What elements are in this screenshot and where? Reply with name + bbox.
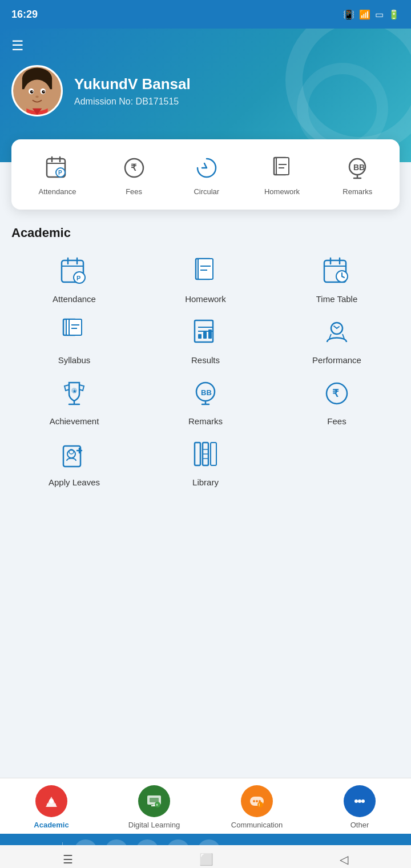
svg-text:BB: BB: [201, 388, 212, 397]
academic-grid: P Attendance Homework: [11, 254, 400, 487]
nav-home[interactable]: ⬜: [199, 853, 213, 866]
quick-remarks[interactable]: BB Remarks: [342, 153, 372, 196]
grid-remarks[interactable]: BB Remarks: [143, 376, 268, 426]
grid-homework-label: Homework: [185, 294, 226, 304]
grid-attendance[interactable]: P Attendance: [11, 254, 137, 304]
svg-rect-74: [195, 443, 200, 465]
grid-performance-label: Performance: [312, 355, 361, 365]
svg-point-95: [358, 799, 361, 803]
profile-name: YukundV Bansal: [74, 75, 191, 93]
status-icons: 📳 📶 ▭ 🔋: [343, 9, 400, 20]
grid-syllabus[interactable]: Syllabus: [11, 315, 137, 365]
svg-rect-53: [198, 334, 202, 339]
grid-performance[interactable]: Performance: [274, 315, 400, 365]
status-bar: 16:29 📳 📶 ▭ 🔋: [0, 0, 411, 29]
grid-achievement-icon: ★: [57, 376, 91, 411]
battery-icon: 🔋: [388, 9, 400, 20]
grid-attendance-icon: P: [57, 254, 91, 288]
grid-applyleaves[interactable]: Apply Leaves: [11, 437, 137, 487]
attendance-icon: P: [42, 153, 72, 183]
svg-text:★: ★: [72, 389, 77, 394]
tab-digital-learning-icon-bg: +: [138, 785, 170, 817]
svg-point-7: [30, 90, 34, 94]
grid-achievement-label: Achievement: [50, 416, 99, 426]
quick-menu-card: P Attendance ₹ Fees Circular: [11, 139, 400, 210]
grid-library[interactable]: Library: [143, 437, 268, 487]
grid-achievement[interactable]: ★ Achievement: [11, 376, 137, 426]
academic-title: Academic: [11, 226, 400, 240]
tab-communication[interactable]: ! Communication: [206, 785, 308, 829]
svg-point-8: [42, 90, 45, 94]
grid-homework-icon: [188, 254, 223, 288]
avatar: [11, 65, 63, 116]
svg-rect-80: [47, 803, 56, 807]
svg-text:P: P: [58, 170, 62, 176]
svg-rect-83: [150, 798, 159, 802]
tab-digital-learning[interactable]: + Digital Learning: [103, 785, 206, 829]
fees-icon: ₹: [119, 153, 149, 183]
tab-academic-icon-bg: [35, 785, 67, 817]
tab-academic[interactable]: Academic: [0, 785, 103, 829]
profile-info: YukundV Bansal Admission No: DB171515: [74, 75, 191, 107]
academic-section: Academic P Attendance: [0, 210, 411, 499]
android-nav: ☰ ⬜ ◁: [0, 845, 411, 868]
svg-point-9: [32, 91, 33, 92]
vibrate-icon: 📳: [343, 9, 354, 20]
grid-attendance-label: Attendance: [53, 294, 96, 304]
quick-circular[interactable]: Circular: [192, 153, 221, 196]
grid-homework[interactable]: Homework: [143, 254, 268, 304]
grid-syllabus-label: Syllabus: [58, 355, 91, 365]
grid-fees[interactable]: ₹ Fees: [274, 376, 400, 426]
quick-fees[interactable]: ₹ Fees: [119, 153, 149, 196]
tab-other-label: Other: [350, 821, 369, 829]
grid-timetable-label: Time Table: [316, 294, 358, 304]
grid-remarks-label: Remarks: [188, 416, 223, 426]
wifi-icon: 📶: [359, 9, 370, 20]
svg-rect-55: [208, 329, 212, 339]
quick-attendance-label: Attendance: [39, 187, 76, 196]
profile-section: YukundV Bansal Admission No: DB171515: [11, 65, 400, 116]
svg-text:+: +: [156, 803, 158, 807]
grid-empty: [274, 437, 400, 487]
tab-digital-learning-label: Digital Learning: [128, 821, 180, 829]
svg-rect-23: [276, 158, 289, 175]
tab-other[interactable]: Other: [308, 785, 411, 829]
nav-menu[interactable]: ☰: [63, 853, 73, 866]
tab-other-icon-bg: [344, 785, 376, 817]
svg-point-81: [49, 799, 54, 803]
circular-icon: [192, 153, 221, 183]
svg-rect-47: [69, 319, 82, 335]
quick-fees-label: Fees: [126, 187, 142, 196]
svg-point-90: [256, 800, 258, 802]
svg-point-13: [49, 90, 53, 97]
screen-icon: ▭: [375, 9, 384, 20]
grid-fees-icon: ₹: [320, 376, 354, 411]
quick-homework-label: Homework: [264, 187, 300, 196]
svg-text:P: P: [76, 275, 80, 282]
grid-timetable-icon: [320, 254, 354, 288]
quick-circular-label: Circular: [194, 187, 219, 196]
svg-rect-35: [198, 259, 213, 279]
grid-fees-label: Fees: [327, 416, 346, 426]
admission-number: Admission No: DB171515: [74, 97, 191, 107]
status-time: 16:29: [11, 9, 38, 21]
quick-homework[interactable]: Homework: [264, 153, 300, 196]
menu-icon[interactable]: ☰: [11, 38, 400, 54]
remarks-icon: BB: [342, 153, 372, 183]
svg-rect-54: [203, 332, 207, 339]
grid-library-label: Library: [192, 477, 219, 487]
svg-text:!: !: [259, 803, 260, 807]
homework-icon: [267, 153, 297, 183]
nav-back[interactable]: ◁: [340, 853, 348, 866]
tab-communication-label: Communication: [231, 821, 283, 829]
svg-point-12: [21, 90, 25, 97]
svg-rect-76: [211, 443, 216, 465]
tab-academic-label: Academic: [34, 821, 68, 829]
grid-timetable[interactable]: Time Table: [274, 254, 400, 304]
svg-point-89: [253, 800, 255, 802]
quick-attendance[interactable]: P Attendance: [39, 153, 76, 196]
svg-text:BB: BB: [353, 163, 365, 172]
quick-remarks-label: Remarks: [342, 187, 372, 196]
grid-performance-icon: [320, 315, 354, 349]
grid-results[interactable]: Results: [143, 315, 268, 365]
